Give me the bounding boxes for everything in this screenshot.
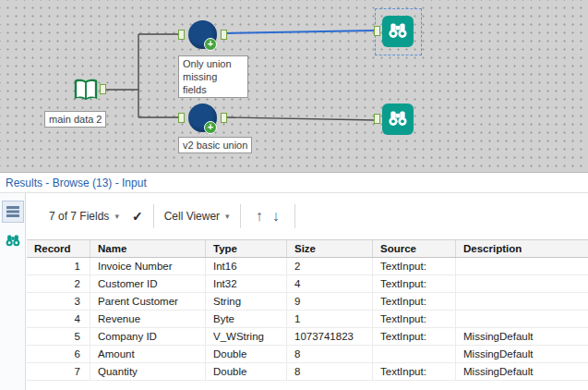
binoculars-icon (386, 19, 410, 43)
cell-description[interactable] (456, 311, 588, 327)
table-view-button[interactable] (2, 201, 24, 223)
toolbar-separator (240, 204, 241, 228)
cell-description[interactable]: MissingDefault (456, 328, 588, 345)
cell-viewer-label: Cell Viewer (164, 210, 220, 223)
cell-name[interactable]: Quantity (90, 363, 206, 380)
column-header-size[interactable]: Size (287, 240, 373, 257)
cell-source[interactable]: TextInput: (373, 311, 456, 327)
table-row[interactable]: 7 Quantity Double 8 TextInput: MissingDe… (27, 363, 588, 381)
cell-type[interactable]: Int32 (206, 275, 287, 292)
output-anchor[interactable] (221, 30, 227, 40)
cell-description[interactable]: MissingDefault (456, 346, 588, 362)
cell-source[interactable]: TextInput: (373, 293, 456, 310)
cell-type[interactable]: V_WString (206, 328, 287, 345)
plus-badge-icon: + (204, 38, 217, 51)
table-rows-icon (6, 204, 20, 219)
input-anchor[interactable] (178, 30, 185, 40)
cell-source[interactable]: TextInput: (373, 328, 456, 345)
cell-size[interactable]: 9 (287, 293, 373, 310)
cell-name[interactable]: Customer ID (90, 275, 206, 292)
cell-size[interactable]: 4 (287, 275, 373, 292)
cell-size[interactable]: 8 (287, 363, 373, 380)
cell-record[interactable]: 1 (27, 258, 90, 274)
cell-viewer-dropdown[interactable]: Cell Viewer ▾ (164, 210, 230, 223)
workflow-canvas[interactable]: main data 2 + Only union missing fields … (0, 0, 588, 173)
column-header-description[interactable]: Description (456, 240, 588, 257)
cell-record[interactable]: 7 (27, 363, 90, 380)
chevron-down-icon: ▾ (225, 212, 230, 221)
table-row[interactable]: 3 Parent Customer String 9 TextInput: (27, 293, 588, 311)
cell-record[interactable]: 3 (27, 293, 90, 310)
cell-record[interactable]: 6 (27, 346, 90, 362)
tool-annotation-union-bottom: v2 basic union (178, 137, 252, 153)
table-row[interactable]: 6 Amount Double 8 MissingDefault (27, 346, 588, 363)
column-header-type[interactable]: Type (206, 240, 287, 257)
cell-type[interactable]: Byte (206, 311, 287, 327)
cell-type[interactable]: String (206, 293, 287, 310)
cell-size[interactable]: 1073741823 (287, 328, 373, 345)
cell-source[interactable]: TextInput: (373, 275, 456, 292)
tool-union-top[interactable]: + (188, 20, 217, 49)
tool-browse-bottom[interactable] (382, 104, 414, 135)
input-anchor[interactable] (178, 113, 185, 123)
column-header-name[interactable]: Name (90, 240, 206, 257)
cell-name[interactable]: Revenue (90, 311, 206, 327)
results-toolbar: 7 of 7 Fields ▾ ✓ Cell Viewer ▾ ↑ ↓ (27, 193, 588, 240)
move-up-button[interactable]: ↑ (251, 208, 268, 225)
binoculars-icon (4, 232, 22, 250)
cell-size[interactable]: 8 (287, 346, 373, 362)
cell-size[interactable]: 1 (287, 311, 373, 327)
tool-browse-top-selected[interactable] (382, 16, 414, 47)
results-panel-title: Results - Browse (13) - Input (0, 174, 588, 193)
cell-size[interactable]: 2 (287, 258, 373, 274)
cell-name[interactable]: Invoice Number (90, 258, 206, 274)
cell-name[interactable]: Company ID (90, 328, 206, 345)
input-anchor[interactable] (374, 26, 380, 36)
chevron-down-icon: ▾ (114, 212, 119, 221)
results-side-toolbar (0, 193, 26, 390)
apply-check-button[interactable]: ✓ (132, 209, 143, 224)
cell-record[interactable]: 5 (27, 328, 90, 345)
cell-source[interactable]: TextInput: (373, 363, 456, 380)
column-header-source[interactable]: Source (373, 240, 456, 257)
tool-union-bottom[interactable]: + (188, 104, 217, 132)
output-anchor[interactable] (100, 84, 106, 94)
alteryx-designer-window: main data 2 + Only union missing fields … (0, 0, 588, 390)
cell-source[interactable]: TextInput: (373, 258, 456, 274)
binoculars-icon (386, 107, 410, 131)
toolbar-separator (153, 204, 154, 228)
cell-description[interactable] (456, 258, 588, 274)
browse-view-button[interactable] (2, 230, 24, 252)
cell-record[interactable]: 2 (27, 275, 90, 292)
cell-description[interactable] (456, 293, 588, 310)
tool-annotation-union-top: Only union missing fields (178, 55, 248, 98)
cell-type[interactable]: Double (206, 346, 287, 362)
plus-badge-icon: + (204, 121, 217, 134)
cell-name[interactable]: Amount (90, 346, 206, 362)
cell-record[interactable]: 4 (27, 311, 90, 327)
fields-dropdown[interactable]: 7 of 7 Fields ▾ (49, 210, 119, 223)
table-row[interactable]: 4 Revenue Byte 1 TextInput: (27, 311, 588, 328)
output-anchor[interactable] (221, 113, 227, 123)
column-header-record[interactable]: Record (27, 240, 90, 257)
cell-description[interactable]: MissingDefault (456, 363, 588, 380)
table-row[interactable]: 5 Company ID V_WString 1073741823 TextIn… (27, 328, 588, 346)
table-row[interactable]: 2 Customer ID Int32 4 TextInput: (27, 275, 588, 293)
cell-description[interactable] (456, 275, 588, 292)
book-icon (72, 76, 100, 105)
results-panel: Results - Browse (13) - Input (0, 174, 588, 390)
tool-input-data[interactable] (72, 76, 100, 105)
cell-type[interactable]: Int16 (206, 258, 287, 274)
fields-dropdown-label: 7 of 7 Fields (49, 210, 109, 223)
table-row[interactable]: 1 Invoice Number Int16 2 TextInput: (27, 258, 588, 275)
wire-union-top-to-browse-selected[interactable] (227, 30, 375, 33)
results-body: 7 of 7 Fields ▾ ✓ Cell Viewer ▾ ↑ ↓ Rec (0, 193, 588, 390)
results-main: 7 of 7 Fields ▾ ✓ Cell Viewer ▾ ↑ ↓ Rec (27, 193, 588, 390)
input-anchor[interactable] (374, 114, 380, 124)
move-down-button[interactable]: ↓ (268, 208, 284, 225)
cell-type[interactable]: Double (206, 363, 287, 380)
wire-union-bottom-to-browse[interactable] (227, 117, 375, 120)
cell-name[interactable]: Parent Customer (90, 293, 206, 310)
cell-source[interactable] (373, 346, 456, 362)
toolbar-separator (294, 204, 295, 228)
